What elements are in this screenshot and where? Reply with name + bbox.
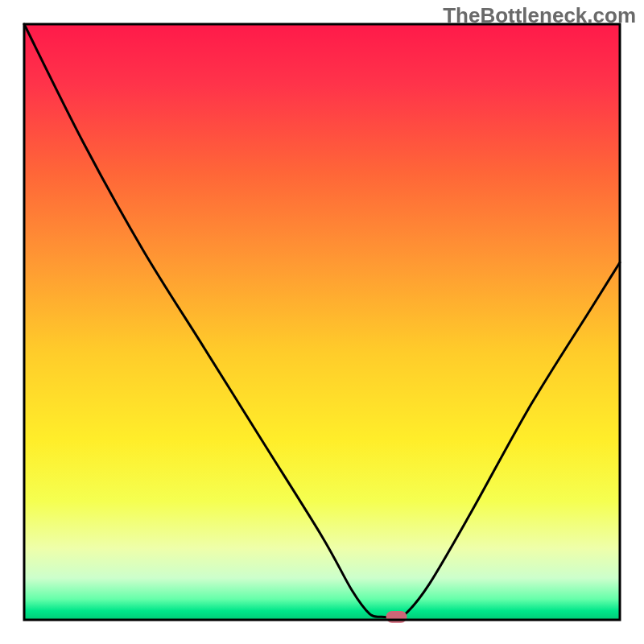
plot-background	[24, 24, 620, 620]
bottleneck-chart: TheBottleneck.com	[0, 0, 644, 644]
watermark-text: TheBottleneck.com	[443, 3, 636, 28]
chart-svg	[0, 0, 644, 644]
